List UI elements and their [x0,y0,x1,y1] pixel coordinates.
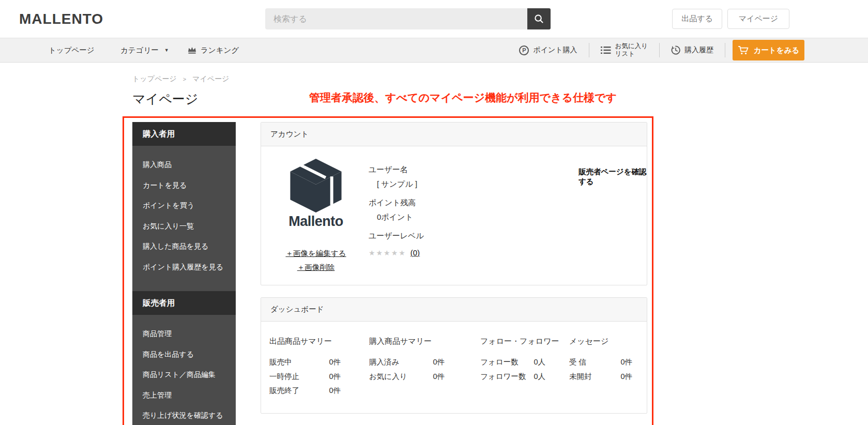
mypage-sidebar: 購入者用 購入商品 カートを見る ポイントを買う お気に入り一覧 購入した商品を… [132,122,236,425]
nav-ranking[interactable]: ランキング [187,38,239,62]
seller-page-link[interactable]: 販売者ページを確認する [578,167,647,187]
history-clock-icon [671,45,680,55]
sidebar-item-purchased-products: 購入商品 [143,160,225,170]
admin-approval-annotation: 管理者承認後、すべてのマイページ機能が利用できる仕様です [309,90,617,105]
main-nav: トップページ カテゴリー ▼ ランキング P ポイント購入 [0,38,868,63]
edit-image-link[interactable]: ＋画像を編集する [282,249,349,259]
stat-row: 購入済み 0件 [369,357,445,367]
nav-favorites-list[interactable]: お気に入り リスト [589,42,659,58]
search-button[interactable] [527,8,551,29]
nav-point-purchase[interactable]: P ポイント購入 [508,45,588,55]
sidebar-item-list-product[interactable]: 商品を出品する [143,350,225,359]
search-bar [265,8,551,29]
mypage-button[interactable]: マイページ [727,9,789,29]
crown-icon [187,46,197,55]
user-level-label: ユーザーレベル [369,231,424,241]
breadcrumb-current[interactable]: マイページ [192,74,229,83]
account-card-title: アカウント [261,123,647,146]
mypage-main: アカウント Mallento ＋画像を編集する [261,122,647,425]
nav-utilities: P ポイント購入 お気に入り リスト [508,38,868,62]
dashboard-card-title: ダッシュボード [261,298,647,322]
stat-row: 未開封 0件 [569,372,632,382]
stat-row: 一時停止 0件 [269,372,341,382]
brand-text: Mallento [282,214,349,230]
sidebar-item-sales-status[interactable]: 売り上げ状況を確認する [143,411,225,420]
points-label: ポイント残高 [369,198,424,208]
dashboard-card: ダッシュボード 出品商品サマリー 販売中 0件 一時停止 0件 販売終了 0件 [261,297,647,414]
stat-row: お気に入り 0件 [369,372,445,382]
search-input[interactable] [265,8,527,29]
sidebar-item-point-history[interactable]: ポイント購入履歴を見る [143,263,225,272]
list-icon [601,46,611,54]
sidebar-item-product-management: 商品管理 [143,329,225,339]
divider [725,43,725,57]
view-cart-button[interactable]: カートをみる [733,40,804,60]
sidebar-item-favorites-list[interactable]: お気に入り一覧 [143,222,225,231]
stat-row: フォロワー数 0人 [480,372,545,382]
sidebar-section-seller: 販売者用 [132,291,236,315]
sidebar-item-buy-points[interactable]: ポイントを買う [143,201,225,210]
mypage-highlight-region: 購入者用 購入商品 カートを見る ポイントを買う お気に入り一覧 購入した商品を… [123,116,653,425]
message-column: メッセージ 受 信 0件 未開封 0件 [569,337,636,400]
sidebar-section-buyer: 購入者用 [132,122,236,146]
breadcrumb-home[interactable]: トップページ [132,74,177,83]
chevron-down-icon: ▼ [164,48,169,53]
star-rating-icons: ★★★★★ [369,249,406,257]
sidebar-item-view-purchased[interactable]: 購入した商品を見る [143,242,225,251]
stat-row: 受 信 0件 [569,357,632,367]
site-logo[interactable]: MALLENTO [19,11,103,27]
sidebar-item-product-edit[interactable]: 商品リスト／商品編集 [143,370,225,380]
nav-purchase-history[interactable]: 購入履歴 [660,45,725,55]
nav-category[interactable]: カテゴリー ▼ [120,38,169,62]
point-icon: P [519,45,529,55]
sell-button[interactable]: 出品する [672,9,722,29]
search-icon [534,14,544,24]
listing-summary-column: 出品商品サマリー 販売中 0件 一時停止 0件 販売終了 0件 [269,337,369,400]
sidebar-item-view-cart[interactable]: カートを見る [143,181,225,190]
title-row: マイページ 管理者承認後、すべてのマイページ機能が利用できる仕様です [132,90,868,108]
stat-row: フォロー数 0人 [480,357,545,367]
follow-column: フォロー・フォロワー フォロー数 0人 フォロワー数 0人 [480,337,569,400]
username-value: [ サンプル ] [377,179,424,189]
nav-top-page[interactable]: トップページ [49,38,95,62]
delete-image-link[interactable]: ＋画像削除 [282,263,349,272]
sidebar-item-sales-management: 売上管理 [143,391,225,400]
points-value: 0ポイント [377,212,424,222]
rating-count-link[interactable]: (0) [410,248,420,257]
stat-row: 販売終了 0件 [269,386,341,396]
breadcrumb: トップページ>マイページ [132,74,868,84]
stat-row: 販売中 0件 [269,357,341,367]
account-card: アカウント Mallento ＋画像を編集する [261,122,647,285]
mallento-cube-logo-icon [282,159,349,212]
username-label: ユーザー名 [369,165,424,175]
site-header: MALLENTO 出品する マイページ [0,0,868,38]
cart-icon [738,45,749,55]
breadcrumb-separator: > [183,76,186,82]
profile-image: Mallento [282,159,349,230]
purchase-summary-column: 購入商品サマリー 購入済み 0件 お気に入り 0件 [369,337,480,400]
